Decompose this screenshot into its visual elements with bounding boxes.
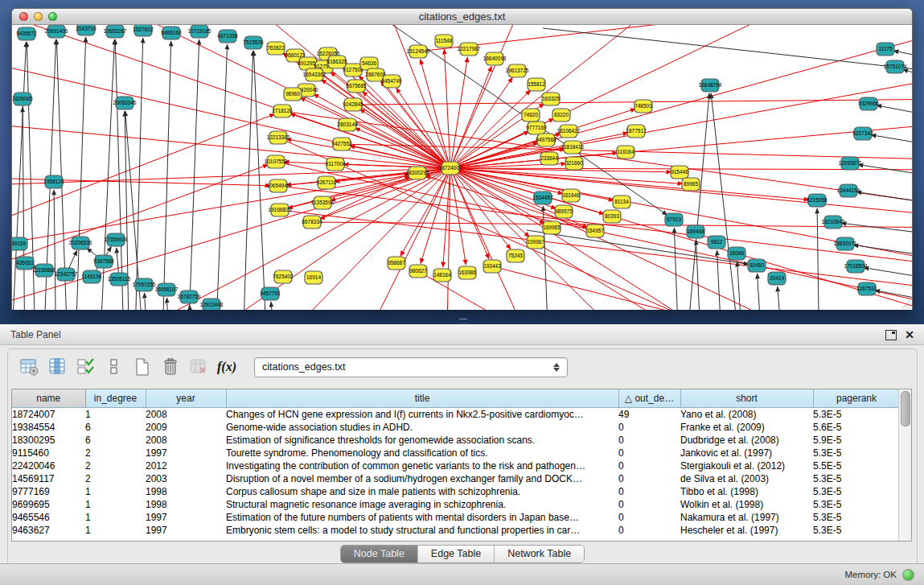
table-cell[interactable]: Nakamura et al. (1997)	[680, 511, 813, 524]
column-header-3[interactable]: title	[226, 389, 618, 408]
table-cell[interactable]: 2008	[146, 408, 226, 422]
table-cell[interactable]: 49	[618, 408, 680, 422]
table-cell[interactable]: Corpus callosum shape and size in male p…	[226, 485, 618, 498]
table-row[interactable]: 1872400712008Changes of HCN gene express…	[12, 408, 900, 422]
close-panel-icon[interactable]: ✕	[905, 329, 914, 340]
table-cell[interactable]: Jankovic et al. (1997)	[680, 447, 813, 459]
function-builder-button[interactable]: f(x)	[216, 356, 237, 377]
delete-column-button[interactable]	[160, 356, 181, 377]
table-cell[interactable]: Stergiakouli et al. (2012)	[680, 459, 813, 472]
table-cell[interactable]: Disruption of a novel member of a sodium…	[226, 472, 618, 485]
memory-status-icon[interactable]	[902, 569, 914, 581]
table-cell[interactable]: 0	[618, 511, 680, 524]
column-header-2[interactable]: year	[146, 389, 226, 408]
table-cell[interactable]: 2003	[146, 472, 226, 485]
tab-edge-table[interactable]: Edge Table	[418, 546, 495, 562]
network-nodes[interactable]: 1872400718300295943557220691406204371910…	[12, 25, 907, 310]
table-cell[interactable]: 14569117	[12, 472, 85, 485]
table-cell[interactable]: 0	[618, 472, 680, 485]
network-window[interactable]: citations_edges.txt 18724007183002959435…	[11, 8, 913, 310]
table-cell[interactable]: 1	[85, 408, 146, 422]
table-cell[interactable]: Yano et al. (2008)	[680, 408, 813, 422]
table-cell[interactable]: Genome-wide association studies in ADHD.	[226, 421, 618, 434]
table-scrollbar-thumb[interactable]	[901, 391, 910, 426]
table-cell[interactable]: 0	[618, 498, 680, 511]
table-select-dropdown[interactable]: citations_edges.txt	[254, 357, 568, 377]
network-view[interactable]: 1872400718300295943557220691406204371910…	[12, 25, 912, 310]
table-cell[interactable]: 5.3E-5	[813, 498, 900, 511]
column-header-6[interactable]: pagerank	[813, 389, 900, 408]
table-cell[interactable]: 1998	[146, 498, 226, 511]
table-cell[interactable]: 18300295	[12, 434, 85, 447]
table-row[interactable]: 1830029562008Estimation of significance …	[12, 434, 900, 447]
network-canvas[interactable]: 1872400718300295943557220691406204371910…	[12, 25, 912, 310]
table-mode-button[interactable]	[19, 356, 40, 377]
table-cell[interactable]: 18724007	[12, 408, 85, 422]
table-cell[interactable]: 0	[618, 485, 680, 498]
node-table-grid[interactable]: namein_degreeyeartitle△ out_de…shortpage…	[12, 389, 901, 537]
table-cell[interactable]: 5.3E-5	[813, 472, 900, 485]
table-cell[interactable]: 5.5E-5	[813, 459, 900, 472]
table-cell[interactable]: 1997	[146, 447, 226, 459]
table-cell[interactable]: 0	[618, 434, 680, 447]
table-cell[interactable]: Hescheler et al. (1997)	[680, 524, 813, 537]
table-row[interactable]: 2242004622012Investigating the contribut…	[12, 459, 900, 472]
table-cell[interactable]: Embryonic stem cells: a model to study s…	[226, 524, 618, 537]
table-cell[interactable]: 1	[85, 498, 146, 511]
table-cell[interactable]: 5.3E-5	[813, 511, 900, 524]
tab-network-table[interactable]: Network Table	[495, 546, 584, 562]
table-cell[interactable]: 9115460	[12, 447, 85, 459]
table-cell[interactable]: 2	[85, 447, 146, 459]
table-cell[interactable]: 9463627	[12, 524, 85, 537]
table-cell[interactable]: 1	[85, 485, 146, 498]
column-header-5[interactable]: short	[680, 389, 813, 408]
select-columns-button[interactable]	[76, 356, 97, 377]
window-titlebar[interactable]: citations_edges.txt	[12, 9, 912, 25]
table-cell[interactable]: 1	[85, 524, 146, 537]
table-row[interactable]: 911546021997Tourette syndrome. Phenomeno…	[12, 447, 900, 459]
table-cell[interactable]: Franke et al. (2009)	[680, 421, 813, 434]
table-cell[interactable]: 5.6E-5	[813, 421, 900, 434]
table-cell[interactable]: 5.3E-5	[813, 485, 900, 498]
table-header-row[interactable]: namein_degreeyeartitle△ out_de…shortpage…	[12, 389, 900, 408]
table-cell[interactable]: 1997	[146, 524, 226, 537]
table-row[interactable]: 946554611997Estimation of the future num…	[12, 511, 900, 524]
table-cell[interactable]: Tourette syndrome. Phenomenology and cla…	[226, 447, 618, 459]
table-cell[interactable]: 2	[85, 459, 146, 472]
table-cell[interactable]: 5.3E-5	[813, 408, 900, 422]
table-cell[interactable]: Dudbridge et al. (2008)	[680, 434, 813, 447]
table-cell[interactable]: Investigating the contribution of common…	[226, 459, 618, 472]
table-row[interactable]: 969969511998Structural magnetic resonanc…	[12, 498, 900, 511]
table-cell[interactable]: 5.3E-5	[813, 524, 900, 537]
new-column-button[interactable]	[132, 356, 153, 377]
table-cell[interactable]: Structural magnetic resonance image aver…	[226, 498, 618, 511]
table-cell[interactable]: 0	[618, 421, 680, 434]
table-cell[interactable]: 9699695	[12, 498, 85, 511]
window-resize-grip[interactable]	[900, 298, 911, 309]
table-row[interactable]: 1456911722003Disruption of a novel membe…	[12, 472, 900, 485]
tab-node-table[interactable]: Node Table	[341, 546, 418, 562]
table-cell[interactable]: Estimation of significance thresholds fo…	[226, 434, 618, 447]
table-cell[interactable]: 9777169	[12, 485, 85, 498]
table-cell[interactable]: 19384554	[12, 421, 85, 434]
table-cell[interactable]: Wolkin et al. (1998)	[680, 498, 813, 511]
table-cell[interactable]: 2009	[146, 421, 226, 434]
table-row[interactable]: 977716911998Corpus callosum shape and si…	[12, 485, 900, 498]
column-header-1[interactable]: in_degree	[85, 389, 146, 408]
table-cell[interactable]: 5.3E-5	[813, 447, 900, 459]
table-cell[interactable]: 22420046	[12, 459, 85, 472]
column-header-4[interactable]: △ out_de…	[618, 389, 680, 408]
row-height-button[interactable]	[104, 356, 125, 377]
column-header-0[interactable]: name	[12, 389, 85, 408]
table-cell[interactable]: 1	[85, 511, 146, 524]
table-cell[interactable]: Estimation of the future numbers of pati…	[226, 511, 618, 524]
table-cell[interactable]: 0	[618, 447, 680, 459]
table-cell[interactable]: 9465546	[12, 511, 85, 524]
table-cell[interactable]: 0	[618, 459, 680, 472]
table-cell[interactable]: Tibbo et al. (1998)	[680, 485, 813, 498]
float-panel-icon[interactable]	[885, 330, 897, 340]
table-cell[interactable]: 2008	[146, 434, 226, 447]
table-cell[interactable]: 2	[85, 472, 146, 485]
table-cell[interactable]: 0	[618, 524, 680, 537]
table-cell[interactable]: de Silva et al. (2003)	[680, 472, 813, 485]
